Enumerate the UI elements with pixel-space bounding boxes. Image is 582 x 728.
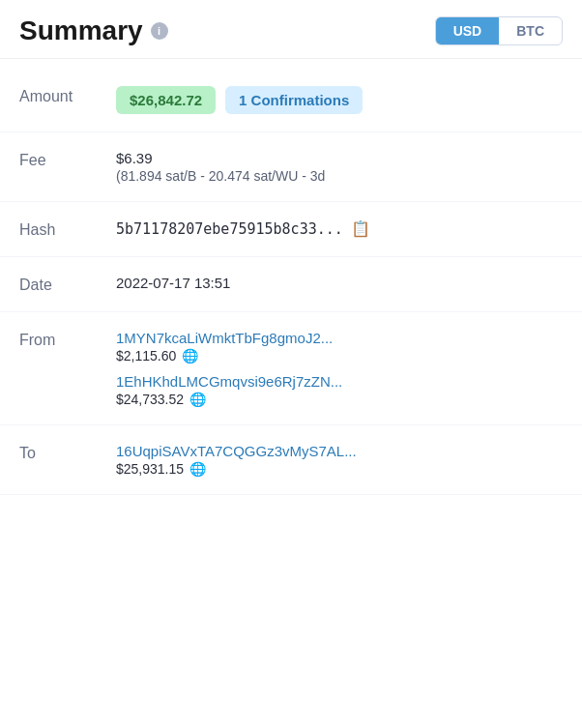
to-amount-1: $25,931.15 (116, 461, 184, 477)
hash-text: 5b71178207ebe75915b8c33... (116, 220, 343, 238)
from-value: 1MYN7kcaLiWmktTbFg8gmoJ2... $2,115.60 🌐 … (116, 330, 563, 407)
from-amount-1: $2,115.60 (116, 348, 176, 364)
copy-icon[interactable]: 📋 (351, 219, 370, 238)
amount-row: Amount $26,842.72 1 Confirmations (0, 69, 582, 132)
date-label: Date (19, 275, 116, 294)
hash-value: 5b71178207ebe75915b8c33... 📋 (116, 219, 563, 238)
page-header: Summary i USD BTC (0, 0, 582, 59)
fee-detail: (81.894 sat/B - 20.474 sat/WU - 3d (116, 168, 563, 184)
from-row: From 1MYN7kcaLiWmktTbFg8gmoJ2... $2,115.… (0, 312, 582, 425)
from-entry-2: 1EhHKhdLMCGmqvsi9e6Rj7zZN... $24,733.52 … (116, 373, 563, 407)
summary-content: Amount $26,842.72 1 Confirmations Fee $6… (0, 59, 582, 505)
hash-row: Hash 5b71178207ebe75915b8c33... 📋 (0, 202, 582, 257)
to-label: To (19, 443, 116, 462)
globe-icon-3[interactable]: 🌐 (189, 461, 206, 477)
to-value: 16UqpiSAVxTA7CQGGz3vMyS7AL... $25,931.15… (116, 443, 563, 477)
fee-main: $6.39 (116, 150, 563, 166)
globe-icon-2[interactable]: 🌐 (189, 392, 206, 407)
date-text: 2022-07-17 13:51 (116, 275, 230, 291)
amount-label: Amount (19, 86, 116, 105)
usd-button[interactable]: USD (436, 17, 500, 44)
hash-label: Hash (19, 219, 116, 239)
date-row: Date 2022-07-17 13:51 (0, 257, 582, 312)
btc-button[interactable]: BTC (499, 17, 562, 44)
from-entry-1: 1MYN7kcaLiWmktTbFg8gmoJ2... $2,115.60 🌐 (116, 330, 563, 364)
from-address-1[interactable]: 1MYN7kcaLiWmktTbFg8gmoJ2... (116, 330, 563, 346)
to-address-1[interactable]: 16UqpiSAVxTA7CQGGz3vMyS7AL... (116, 443, 563, 459)
from-label: From (19, 330, 116, 349)
fee-row: Fee $6.39 (81.894 sat/B - 20.474 sat/WU … (0, 132, 582, 202)
header-left: Summary i (19, 15, 168, 46)
currency-toggle: USD BTC (435, 16, 563, 45)
from-address-2[interactable]: 1EhHKhdLMCGmqvsi9e6Rj7zZN... (116, 373, 563, 390)
date-value: 2022-07-17 13:51 (116, 275, 563, 291)
fee-label: Fee (19, 150, 116, 169)
to-entry-1: 16UqpiSAVxTA7CQGGz3vMyS7AL... $25,931.15… (116, 443, 563, 477)
amount-badge: $26,842.72 (116, 86, 216, 114)
to-row: To 16UqpiSAVxTA7CQGGz3vMyS7AL... $25,931… (0, 425, 582, 495)
from-amount-2: $24,733.52 (116, 392, 184, 407)
fee-value: $6.39 (81.894 sat/B - 20.474 sat/WU - 3d (116, 150, 563, 184)
globe-icon-1[interactable]: 🌐 (182, 348, 198, 364)
confirmations-badge: 1 Confirmations (225, 86, 363, 114)
page-title: Summary (19, 15, 143, 46)
info-icon[interactable]: i (151, 22, 168, 40)
amount-value: $26,842.72 1 Confirmations (116, 86, 563, 114)
